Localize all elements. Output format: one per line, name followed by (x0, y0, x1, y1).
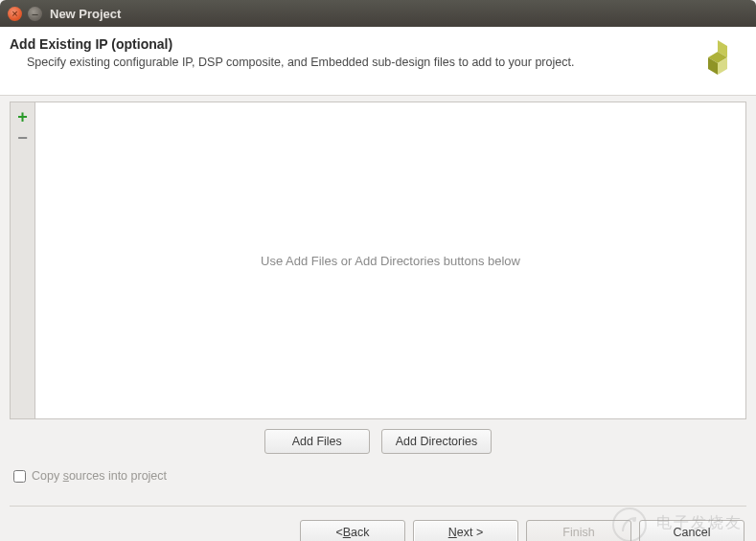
window-controls: × – (8, 7, 42, 21)
close-icon[interactable]: × (8, 7, 22, 21)
add-files-button[interactable]: Add Files (264, 429, 370, 454)
next-button[interactable]: Next > (413, 520, 518, 541)
page-title: Add Existing IP (optional) (10, 36, 743, 52)
window-title: New Project (50, 7, 121, 21)
wizard-footer: < Back Next > Finish Cancel 电子发烧友 www.el… (0, 507, 756, 541)
add-icon[interactable]: + (13, 108, 33, 125)
back-button[interactable]: < Back (300, 520, 405, 541)
copy-sources-label: Copy sources into project (32, 469, 167, 483)
brand-icon (695, 36, 741, 85)
cancel-button[interactable]: Cancel (639, 520, 745, 541)
copy-sources-option[interactable]: Copy sources into project (10, 467, 746, 490)
minimize-icon[interactable]: – (28, 7, 42, 21)
wizard-header: Add Existing IP (optional) Specify exist… (0, 27, 756, 96)
copy-sources-checkbox[interactable] (13, 470, 26, 483)
finish-button: Finish (526, 520, 631, 541)
wizard-content: + − Use Add Files or Add Directories but… (0, 96, 756, 500)
remove-icon[interactable]: − (13, 129, 33, 147)
file-buttons-row: Add Files Add Directories (10, 419, 746, 467)
svg-point-4 (632, 518, 636, 522)
add-directories-button[interactable]: Add Directories (381, 429, 492, 454)
file-list-area: + − Use Add Files or Add Directories but… (10, 101, 746, 419)
file-list-placeholder: Use Add Files or Add Directories buttons… (35, 102, 745, 418)
file-area-toolbar: + − (11, 102, 35, 418)
titlebar: × – New Project (0, 0, 756, 27)
page-description: Specify existing configurable IP, DSP co… (27, 56, 743, 69)
